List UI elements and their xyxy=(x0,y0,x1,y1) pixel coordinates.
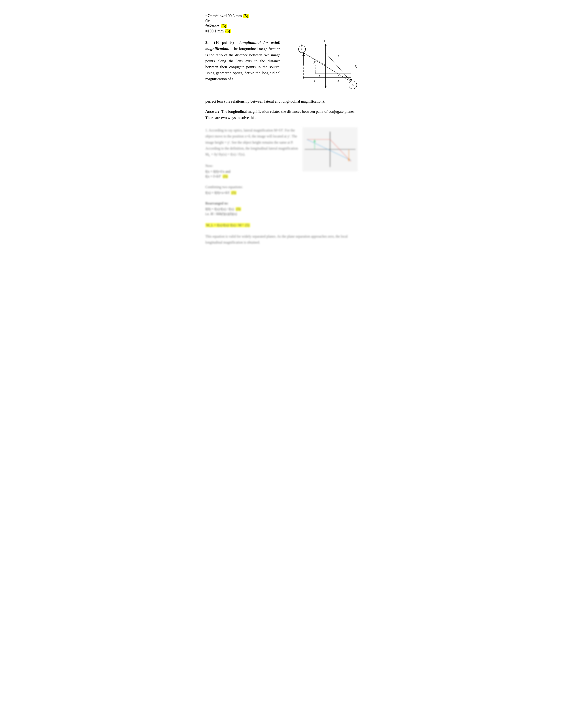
answer-text: The longitudinal magnification relates t… xyxy=(205,109,356,120)
answer-label: Answer: xyxy=(205,109,219,114)
svg-text:Q: Q xyxy=(355,65,357,68)
svg-text:f: f xyxy=(338,74,339,77)
formula-line-2: Or xyxy=(205,19,358,23)
svg-marker-3 xyxy=(325,86,327,88)
svg-text:P: P xyxy=(293,64,294,67)
question-text: 3: (10 points) Longitudinal (or axial) m… xyxy=(205,40,280,97)
formula-line-4: =100.1 mm (5) xyxy=(205,29,358,34)
formula-block: =7mm/sin4=100.3 mm (5) Or f=δ/tanα (5) =… xyxy=(205,14,358,34)
svg-text:F: F xyxy=(338,54,340,58)
blurred-eq5: i.e. δf / δδδ(f)(x)(δ)(x) xyxy=(205,212,358,216)
question-continuation: perfect lens (the relationship between l… xyxy=(205,98,358,104)
blurred-eq4: f(0) = f(x)·f(x) / f(x) (5) xyxy=(205,207,358,211)
blurred-main-eq: M_L = f(x)·f(x)/ f(x) / M ² (5) xyxy=(205,223,358,227)
blurred-rearranged: Rearranged to: xyxy=(205,200,358,206)
optics-diagram-svg: L S₁ S₁ P F F' Q S₂ f' f xyxy=(285,40,364,97)
svg-text:S₂: S₂ xyxy=(352,83,354,87)
svg-text:b: b xyxy=(338,79,339,82)
svg-text:L: L xyxy=(324,40,326,43)
lens-diagram: L S₁ S₁ P F F' Q S₂ f' f xyxy=(285,40,364,97)
blurred-diagram-svg xyxy=(303,127,358,171)
svg-marker-2 xyxy=(325,44,327,46)
question-3: 3: (10 points) Longitudinal (or axial) m… xyxy=(205,40,358,104)
svg-line-8 xyxy=(304,53,351,82)
svg-text:F': F' xyxy=(313,61,317,64)
formula-line-1: =7mm/sin4=100.3 mm (5) xyxy=(205,14,358,18)
blurred-content: 1. According to ray optics, lateral magn… xyxy=(205,127,358,246)
svg-text:S₁: S₁ xyxy=(301,48,304,51)
answer-block: Answer: The longitudinal magnification r… xyxy=(205,108,358,121)
blurred-eq2: f(x = f+δ/f' (5) xyxy=(205,174,358,178)
blurred-conclusion: This equation is valid for widely separa… xyxy=(205,233,358,245)
formula-line-3: f=δ/tanα (5) xyxy=(205,24,358,28)
blurred-eq3: f(x) = f(0)+x+δ/f (5) xyxy=(205,191,358,195)
svg-text:a: a xyxy=(314,79,316,82)
blurred-combining: Combining two equations: xyxy=(205,184,358,190)
svg-text:f': f' xyxy=(319,74,321,77)
